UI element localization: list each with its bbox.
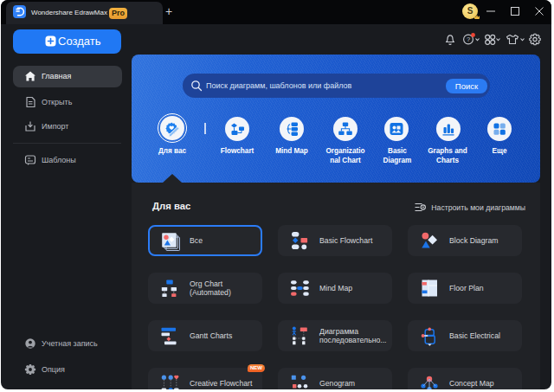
svg-text:?: ?: [467, 35, 470, 43]
